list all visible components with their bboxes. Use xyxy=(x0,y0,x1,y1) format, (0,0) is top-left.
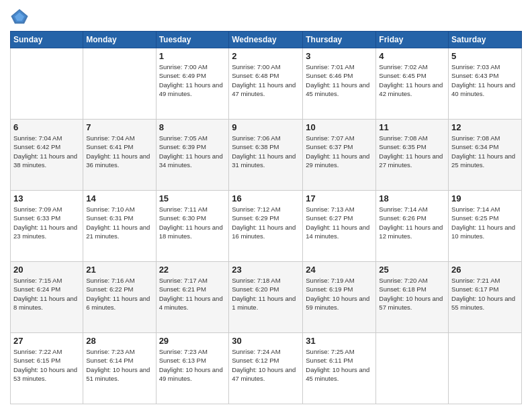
day-info: Sunrise: 7:00 AM Sunset: 6:49 PM Dayligh… xyxy=(159,62,226,98)
day-number: 21 xyxy=(86,265,152,275)
empty-cell xyxy=(11,48,83,120)
week-row-5: 27Sunrise: 7:22 AM Sunset: 6:15 PM Dayli… xyxy=(11,333,522,404)
calendar-table: SundayMondayTuesdayWednesdayThursdayFrid… xyxy=(10,31,522,404)
day-number: 2 xyxy=(232,51,300,61)
day-number: 11 xyxy=(379,122,445,132)
day-cell-18: 18Sunrise: 7:14 AM Sunset: 6:26 PM Dayli… xyxy=(376,191,449,262)
day-number: 10 xyxy=(306,122,373,132)
day-info: Sunrise: 7:07 AM Sunset: 6:37 PM Dayligh… xyxy=(306,134,373,169)
day-info: Sunrise: 7:00 AM Sunset: 6:48 PM Dayligh… xyxy=(232,62,300,98)
day-info: Sunrise: 7:25 AM Sunset: 6:11 PM Dayligh… xyxy=(306,347,373,383)
day-cell-29: 29Sunrise: 7:23 AM Sunset: 6:13 PM Dayli… xyxy=(156,333,229,404)
day-cell-27: 27Sunrise: 7:22 AM Sunset: 6:15 PM Dayli… xyxy=(11,333,83,404)
day-info: Sunrise: 7:04 AM Sunset: 6:41 PM Dayligh… xyxy=(86,134,152,169)
week-row-2: 6Sunrise: 7:04 AM Sunset: 6:42 PM Daylig… xyxy=(11,120,522,191)
day-info: Sunrise: 7:17 AM Sunset: 6:21 PM Dayligh… xyxy=(159,276,226,312)
day-number: 1 xyxy=(159,51,226,61)
day-number: 9 xyxy=(232,122,300,132)
day-number: 26 xyxy=(451,265,519,275)
day-cell-3: 3Sunrise: 7:01 AM Sunset: 6:46 PM Daylig… xyxy=(303,48,376,120)
day-cell-5: 5Sunrise: 7:03 AM Sunset: 6:43 PM Daylig… xyxy=(449,48,522,120)
day-info: Sunrise: 7:12 AM Sunset: 6:29 PM Dayligh… xyxy=(232,205,300,240)
day-info: Sunrise: 7:06 AM Sunset: 6:38 PM Dayligh… xyxy=(232,134,300,169)
day-cell-6: 6Sunrise: 7:04 AM Sunset: 6:42 PM Daylig… xyxy=(11,120,83,191)
day-info: Sunrise: 7:10 AM Sunset: 6:31 PM Dayligh… xyxy=(86,205,152,240)
weekday-sunday: Sunday xyxy=(11,32,83,48)
day-info: Sunrise: 7:19 AM Sunset: 6:19 PM Dayligh… xyxy=(306,276,373,312)
day-number: 31 xyxy=(306,336,373,346)
day-cell-11: 11Sunrise: 7:08 AM Sunset: 6:35 PM Dayli… xyxy=(376,120,449,191)
empty-cell xyxy=(449,333,522,404)
logo xyxy=(10,7,32,26)
day-info: Sunrise: 7:23 AM Sunset: 6:14 PM Dayligh… xyxy=(86,347,152,383)
day-cell-23: 23Sunrise: 7:18 AM Sunset: 6:20 PM Dayli… xyxy=(229,262,303,333)
day-info: Sunrise: 7:04 AM Sunset: 6:42 PM Dayligh… xyxy=(13,134,80,169)
day-info: Sunrise: 7:09 AM Sunset: 6:33 PM Dayligh… xyxy=(13,205,80,240)
empty-cell xyxy=(376,333,449,404)
day-info: Sunrise: 7:05 AM Sunset: 6:39 PM Dayligh… xyxy=(159,134,226,169)
day-info: Sunrise: 7:11 AM Sunset: 6:30 PM Dayligh… xyxy=(159,205,226,240)
day-info: Sunrise: 7:01 AM Sunset: 6:46 PM Dayligh… xyxy=(306,62,373,98)
day-number: 5 xyxy=(451,51,519,61)
day-cell-22: 22Sunrise: 7:17 AM Sunset: 6:21 PM Dayli… xyxy=(156,262,229,333)
day-number: 29 xyxy=(159,336,226,346)
logo-icon xyxy=(10,7,29,26)
day-cell-1: 1Sunrise: 7:00 AM Sunset: 6:49 PM Daylig… xyxy=(156,48,229,120)
day-number: 17 xyxy=(306,193,373,203)
day-cell-10: 10Sunrise: 7:07 AM Sunset: 6:37 PM Dayli… xyxy=(303,120,376,191)
weekday-saturday: Saturday xyxy=(449,32,522,48)
day-info: Sunrise: 7:18 AM Sunset: 6:20 PM Dayligh… xyxy=(232,276,300,312)
day-number: 24 xyxy=(306,265,373,275)
day-info: Sunrise: 7:08 AM Sunset: 6:34 PM Dayligh… xyxy=(451,134,519,169)
day-cell-15: 15Sunrise: 7:11 AM Sunset: 6:30 PM Dayli… xyxy=(156,191,229,262)
weekday-wednesday: Wednesday xyxy=(229,32,303,48)
day-cell-2: 2Sunrise: 7:00 AM Sunset: 6:48 PM Daylig… xyxy=(229,48,303,120)
day-info: Sunrise: 7:20 AM Sunset: 6:18 PM Dayligh… xyxy=(379,276,445,312)
day-number: 22 xyxy=(159,265,226,275)
day-number: 16 xyxy=(232,193,300,203)
day-number: 6 xyxy=(13,122,80,132)
day-cell-20: 20Sunrise: 7:15 AM Sunset: 6:24 PM Dayli… xyxy=(11,262,83,333)
day-cell-13: 13Sunrise: 7:09 AM Sunset: 6:33 PM Dayli… xyxy=(11,191,83,262)
day-info: Sunrise: 7:03 AM Sunset: 6:43 PM Dayligh… xyxy=(451,62,519,98)
day-number: 18 xyxy=(379,193,445,203)
day-number: 8 xyxy=(159,122,226,132)
day-cell-7: 7Sunrise: 7:04 AM Sunset: 6:41 PM Daylig… xyxy=(83,120,156,191)
header xyxy=(10,7,522,26)
day-number: 7 xyxy=(86,122,152,132)
weekday-monday: Monday xyxy=(83,32,156,48)
day-number: 3 xyxy=(306,51,373,61)
day-cell-17: 17Sunrise: 7:13 AM Sunset: 6:27 PM Dayli… xyxy=(303,191,376,262)
day-number: 12 xyxy=(451,122,519,132)
day-cell-9: 9Sunrise: 7:06 AM Sunset: 6:38 PM Daylig… xyxy=(229,120,303,191)
day-number: 15 xyxy=(159,193,226,203)
day-info: Sunrise: 7:21 AM Sunset: 6:17 PM Dayligh… xyxy=(451,276,519,312)
calendar-page: SundayMondayTuesdayWednesdayThursdayFrid… xyxy=(0,0,532,411)
day-cell-19: 19Sunrise: 7:14 AM Sunset: 6:25 PM Dayli… xyxy=(449,191,522,262)
day-number: 13 xyxy=(13,193,80,203)
day-cell-16: 16Sunrise: 7:12 AM Sunset: 6:29 PM Dayli… xyxy=(229,191,303,262)
day-number: 20 xyxy=(13,265,80,275)
weekday-tuesday: Tuesday xyxy=(156,32,229,48)
day-info: Sunrise: 7:08 AM Sunset: 6:35 PM Dayligh… xyxy=(379,134,445,169)
day-cell-31: 31Sunrise: 7:25 AM Sunset: 6:11 PM Dayli… xyxy=(303,333,376,404)
day-number: 30 xyxy=(232,336,300,346)
day-info: Sunrise: 7:13 AM Sunset: 6:27 PM Dayligh… xyxy=(306,205,373,240)
day-cell-30: 30Sunrise: 7:24 AM Sunset: 6:12 PM Dayli… xyxy=(229,333,303,404)
day-number: 27 xyxy=(13,336,80,346)
day-cell-21: 21Sunrise: 7:16 AM Sunset: 6:22 PM Dayli… xyxy=(83,262,156,333)
day-number: 4 xyxy=(379,51,445,61)
day-cell-4: 4Sunrise: 7:02 AM Sunset: 6:45 PM Daylig… xyxy=(376,48,449,120)
day-info: Sunrise: 7:24 AM Sunset: 6:12 PM Dayligh… xyxy=(232,347,300,383)
day-number: 14 xyxy=(86,193,152,203)
day-number: 23 xyxy=(232,265,300,275)
day-info: Sunrise: 7:15 AM Sunset: 6:24 PM Dayligh… xyxy=(13,276,80,312)
day-info: Sunrise: 7:22 AM Sunset: 6:15 PM Dayligh… xyxy=(13,347,80,383)
day-info: Sunrise: 7:23 AM Sunset: 6:13 PM Dayligh… xyxy=(159,347,226,383)
day-cell-25: 25Sunrise: 7:20 AM Sunset: 6:18 PM Dayli… xyxy=(376,262,449,333)
day-cell-24: 24Sunrise: 7:19 AM Sunset: 6:19 PM Dayli… xyxy=(303,262,376,333)
day-cell-26: 26Sunrise: 7:21 AM Sunset: 6:17 PM Dayli… xyxy=(449,262,522,333)
day-info: Sunrise: 7:16 AM Sunset: 6:22 PM Dayligh… xyxy=(86,276,152,312)
weekday-thursday: Thursday xyxy=(303,32,376,48)
empty-cell xyxy=(83,48,156,120)
